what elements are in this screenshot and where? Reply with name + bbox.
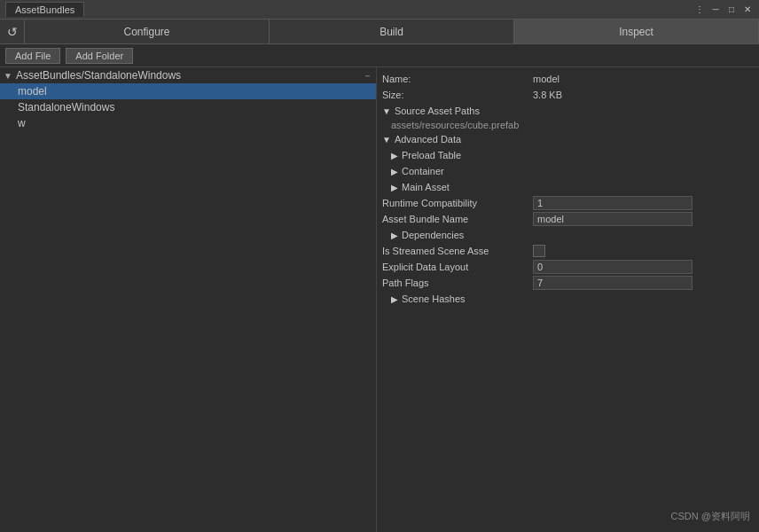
runtime-compat-label: Runtime Compatibility (382, 198, 533, 208)
is-streamed-label: Is Streamed Scene Asse (382, 246, 533, 256)
asset-bundle-name-row: Asset Bundle Name (377, 211, 759, 227)
dependencies-label: Dependencies (402, 230, 464, 240)
window-title-tab: AssetBundles (5, 2, 84, 17)
container-header[interactable]: Container (377, 163, 759, 179)
dependencies-arrow-icon (391, 231, 398, 240)
explicit-data-label: Explicit Data Layout (382, 262, 533, 272)
is-streamed-checkbox[interactable] (533, 245, 545, 257)
refresh-icon: ↺ (7, 25, 18, 39)
preload-table-arrow-icon (391, 151, 398, 160)
tab-inspect[interactable]: Inspect (514, 20, 759, 43)
preload-table-header[interactable]: Preload Table (377, 147, 759, 163)
tree-root-item[interactable]: ▼ AssetBundles/StandaloneWindows － (0, 67, 376, 83)
main-asset-header[interactable]: Main Asset (377, 179, 759, 195)
tab-inspect-label: Inspect (619, 26, 653, 38)
tree-item-standalone-label: StandaloneWindows (18, 101, 376, 113)
asset-tree-panel: ▼ AssetBundles/StandaloneWindows － model… (0, 67, 377, 532)
source-asset-paths-header[interactable]: Source Asset Paths (377, 103, 759, 119)
preload-table-label: Preload Table (402, 150, 461, 160)
path-flags-label: Path Flags (382, 278, 533, 288)
main-asset-label: Main Asset (402, 182, 450, 192)
window-controls: ⋮ ─ □ ✕ (693, 4, 754, 16)
tree-item-w-label: w (18, 117, 376, 129)
scene-hashes-header[interactable]: Scene Hashes (377, 291, 759, 307)
inspector-panel: Name: model Size: 3.8 KB Source Asset Pa… (377, 67, 759, 532)
close-icon[interactable]: ✕ (741, 4, 754, 16)
tree-item-w[interactable]: w (0, 115, 376, 131)
runtime-compat-input[interactable] (533, 196, 692, 210)
tab-configure[interactable]: Configure (25, 20, 270, 43)
tree-root-minus: － (363, 69, 372, 82)
source-asset-paths-label: Source Asset Paths (395, 106, 480, 116)
menu-icon[interactable]: ⋮ (693, 4, 706, 16)
advanced-data-arrow-icon (382, 135, 391, 145)
explicit-data-input[interactable] (533, 260, 692, 274)
container-label: Container (402, 166, 444, 176)
toolbar: ↺ Configure Build Inspect (0, 20, 759, 44)
asset-bundle-name-label: Asset Bundle Name (382, 214, 533, 224)
title-bar: AssetBundles ⋮ ─ □ ✕ (0, 0, 759, 20)
asset-bundle-name-input[interactable] (533, 212, 692, 226)
name-label: Name: (382, 74, 533, 84)
source-paths-arrow-icon (382, 106, 391, 116)
path-flags-input[interactable] (533, 276, 692, 290)
size-value: 3.8 KB (533, 90, 754, 100)
tree-item-model[interactable]: model (0, 83, 376, 99)
tree-root-label: AssetBundles/StandaloneWindows (16, 69, 363, 82)
advanced-data-header[interactable]: Advanced Data (377, 131, 759, 147)
refresh-button[interactable]: ↺ (0, 20, 25, 43)
container-arrow-icon (391, 167, 398, 176)
add-file-label: Add File (15, 51, 51, 61)
dependencies-header[interactable]: Dependencies (377, 227, 759, 243)
runtime-compat-row: Runtime Compatibility (377, 195, 759, 211)
size-label: Size: (382, 90, 533, 100)
action-bar: Add File Add Folder (0, 44, 759, 67)
inspector-name-row: Name: model (377, 71, 759, 87)
source-path-text: assets/resources/cube.prefab (391, 120, 519, 130)
source-path-value: assets/resources/cube.prefab (377, 119, 759, 131)
window-title: AssetBundles (15, 4, 74, 15)
minimize-icon[interactable]: ─ (709, 4, 722, 16)
explicit-data-row: Explicit Data Layout (377, 259, 759, 275)
inspector-size-row: Size: 3.8 KB (377, 87, 759, 103)
add-file-button[interactable]: Add File (5, 48, 60, 64)
main-content: ▼ AssetBundles/StandaloneWindows － model… (0, 67, 759, 532)
add-folder-button[interactable]: Add Folder (66, 48, 133, 64)
maximize-icon[interactable]: □ (725, 4, 738, 16)
tab-build-label: Build (380, 26, 403, 38)
scene-hashes-label: Scene Hashes (402, 293, 466, 304)
tab-build[interactable]: Build (270, 20, 514, 43)
tree-item-standalonewindows[interactable]: StandaloneWindows (0, 99, 376, 115)
tab-configure-label: Configure (123, 26, 169, 38)
add-folder-label: Add Folder (75, 51, 123, 61)
is-streamed-row: Is Streamed Scene Asse (377, 243, 759, 259)
tree-item-model-label: model (18, 85, 376, 98)
main-asset-arrow-icon (391, 183, 398, 192)
path-flags-row: Path Flags (377, 275, 759, 291)
advanced-data-label: Advanced Data (395, 134, 461, 145)
name-value: model (533, 74, 754, 84)
scene-hashes-arrow-icon (391, 294, 398, 304)
tree-toggle-icon: ▼ (4, 71, 16, 81)
